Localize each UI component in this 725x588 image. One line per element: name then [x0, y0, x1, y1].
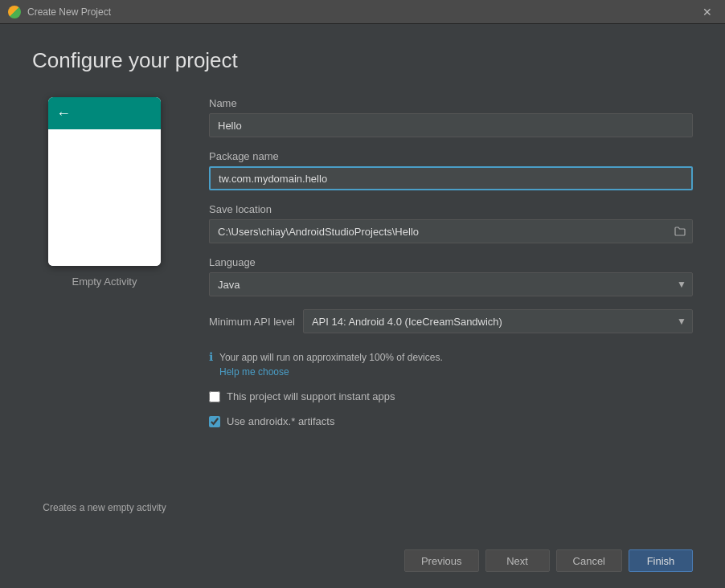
instant-apps-checkbox[interactable]	[209, 391, 220, 402]
api-level-row: Minimum API level API 14: Android 4.0 (I…	[209, 309, 693, 333]
previous-button[interactable]: Previous	[404, 549, 479, 572]
cancel-button[interactable]: Cancel	[556, 549, 622, 572]
api-level-select-wrapper: API 14: Android 4.0 (IceCreamSandwich) A…	[303, 309, 693, 333]
folder-icon	[674, 227, 686, 236]
right-panel: Name Package name Save location	[209, 97, 693, 521]
api-level-select[interactable]: API 14: Android 4.0 (IceCreamSandwich) A…	[303, 309, 693, 333]
language-select[interactable]: Java Kotlin	[209, 272, 693, 296]
info-highlight: 100%	[369, 352, 394, 363]
info-text-block: Your app will run on approximately 100% …	[219, 349, 443, 378]
androidx-label: Use androidx.* artifacts	[227, 415, 334, 427]
api-level-label: Minimum API level	[209, 316, 295, 328]
phone-header: ←	[48, 97, 161, 129]
main-area: ← Empty Activity Creates a new empty act…	[32, 97, 693, 521]
browse-folder-button[interactable]	[668, 219, 693, 243]
name-label: Name	[209, 97, 693, 109]
androidx-checkbox[interactable]	[209, 416, 220, 427]
save-location-input[interactable]	[209, 219, 668, 243]
close-button[interactable]: ✕	[698, 5, 717, 19]
info-section: ℹ Your app will run on approximately 100…	[209, 346, 693, 378]
info-text: Your app will run on approximately	[219, 352, 369, 363]
instant-apps-checkbox-row: This project will support instant apps	[209, 390, 693, 402]
phone-preview: ←	[48, 97, 161, 266]
back-arrow-icon: ←	[56, 105, 71, 122]
dialog-title: Configure your project	[32, 48, 693, 73]
package-name-label: Package name	[209, 150, 693, 162]
app-icon	[8, 6, 21, 18]
next-button[interactable]: Next	[485, 549, 550, 572]
save-location-field-group: Save location	[209, 203, 693, 243]
package-name-field-group: Package name	[209, 150, 693, 190]
title-bar-text: Create New Project	[27, 6, 698, 18]
finish-button[interactable]: Finish	[629, 549, 693, 572]
left-panel: ← Empty Activity Creates a new empty act…	[32, 97, 177, 521]
phone-body	[48, 129, 161, 266]
language-select-wrapper: Java Kotlin ▼	[209, 272, 693, 296]
bottom-bar: Previous Next Cancel Finish	[0, 537, 725, 588]
dialog-content: Configure your project ← Empty Activity …	[0, 24, 725, 537]
androidx-checkbox-row: Use androidx.* artifacts	[209, 415, 693, 427]
language-label: Language	[209, 256, 693, 268]
language-field-group: Language Java Kotlin ▼	[209, 256, 693, 296]
info-row: ℹ Your app will run on approximately 100…	[209, 349, 693, 378]
package-name-input[interactable]	[209, 166, 693, 190]
creates-label: Creates a new empty activity	[43, 502, 166, 521]
name-input[interactable]	[209, 113, 693, 137]
title-bar: Create New Project ✕	[0, 0, 725, 24]
info-icon: ℹ	[209, 350, 213, 363]
info-text-end: of devices.	[394, 352, 443, 363]
help-me-choose-link[interactable]: Help me choose	[219, 366, 443, 378]
save-location-label: Save location	[209, 203, 693, 215]
instant-apps-label: This project will support instant apps	[227, 390, 395, 402]
name-field-group: Name	[209, 97, 693, 137]
activity-label: Empty Activity	[72, 276, 137, 288]
save-location-row	[209, 219, 693, 243]
